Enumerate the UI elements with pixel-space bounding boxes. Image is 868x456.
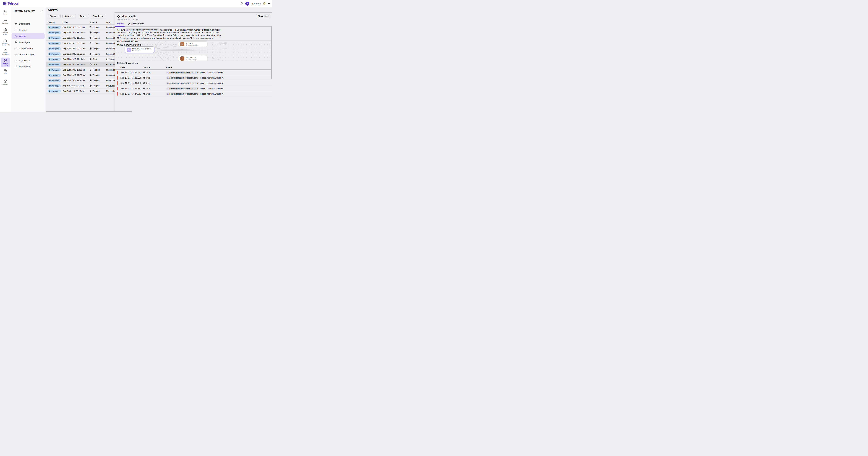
shield-warning-icon[interactable] — [263, 2, 266, 5]
user-node-icon — [127, 48, 131, 52]
status-badge: In Progress — [48, 58, 61, 61]
teleport-icon — [90, 53, 92, 55]
log-event: ben+integrator@goteleport.com logged int… — [166, 71, 223, 74]
rail-item-resources[interactable]: Resources — [0, 19, 10, 25]
account-chip[interactable]: ben+integrator@goteleport.com — [125, 28, 159, 31]
status-badge: In Progress — [48, 79, 61, 82]
rail-item-search[interactable]: Search — [0, 9, 10, 15]
okta-icon — [143, 72, 145, 74]
log-entry-row[interactable]: Sep 17 11:13:47.701 Okta ben+integrator@… — [115, 91, 272, 96]
sidebar-item-investigate[interactable]: Investigate — [12, 39, 44, 45]
rail-item-identity-security[interactable]: Identity Security — [0, 59, 10, 66]
chevron-down-icon — [57, 16, 59, 17]
user-menu-chevron-icon[interactable] — [268, 3, 270, 4]
tab-access-path[interactable]: Access Path — [128, 23, 144, 25]
log-date: Sep 17 11:14:38.230 — [121, 77, 141, 79]
log-date: Sep 17 11:13:53.963 — [121, 87, 141, 89]
account-chip[interactable]: ben+integrator@goteleport.com — [166, 92, 199, 95]
log-date: Sep 17 11:13:47.701 — [121, 93, 141, 95]
alert-source: Teleport — [90, 74, 100, 76]
graph-node-okta-user[interactable]: ben+integrator@goteleport.c... Okta User — [125, 47, 154, 53]
access-path-preview[interactable]: View Access Path ben+integrator@gotelepo… — [115, 40, 272, 61]
log-source: Okta — [143, 72, 150, 74]
teleport-icon — [90, 31, 92, 33]
rail-item-audit[interactable]: Audit — [0, 69, 10, 74]
alert-source: Teleport — [90, 26, 100, 28]
sidebar-item-browse[interactable]: Browse — [12, 27, 44, 33]
chevron-down-icon — [72, 16, 74, 17]
log-entry-row[interactable]: Sep 17 11:14:38.241 Okta ben+integrator@… — [115, 70, 272, 75]
okta-icon — [143, 82, 145, 84]
status-badge: In Progress — [48, 26, 61, 29]
sidebar-item-graph-explorer[interactable]: Graph Explorer — [12, 52, 44, 57]
log-table-header: Date Source Event — [115, 66, 272, 69]
rail-item-identity-governance[interactable]: Identity Governance — [0, 48, 10, 55]
sidebar-item-integrations[interactable]: Integrations — [12, 64, 44, 69]
avatar[interactable]: B — [245, 2, 249, 5]
status-badge: In Progress — [48, 63, 61, 66]
sidebar-item-alerts[interactable]: Alerts — [12, 33, 44, 39]
brand-text: Teleport — [8, 2, 19, 5]
teleport-logo[interactable]: Teleport — [3, 2, 19, 5]
rail-item-machine-workload-id[interactable]: Machine & Workload ID — [0, 39, 10, 46]
teleport-icon — [90, 42, 92, 44]
close-button[interactable]: Close esc — [256, 14, 271, 18]
horizontal-scrollbar[interactable] — [46, 111, 132, 112]
rail-item-zero-trust-access[interactable]: Zero Trust Access — [0, 28, 10, 35]
graph-nodes-icon — [128, 23, 130, 25]
okta-icon — [143, 87, 145, 89]
account-chip[interactable]: ben+integrator@goteleport.com — [166, 87, 199, 90]
log-entry-row[interactable]: Sep 17 11:13:53.963 Okta ben+integrator@… — [115, 86, 272, 91]
panel-tabs: Details Access Path — [117, 23, 144, 25]
account-chip[interactable]: ben+integrator@goteleport.com — [166, 77, 199, 79]
status-badge: In Progress — [48, 47, 61, 50]
teleport-icon — [186, 45, 187, 46]
plug-icon — [14, 65, 17, 68]
log-entry-row[interactable]: Sep 17 11:14:38.230 Okta ben+integrator@… — [115, 75, 272, 81]
panel-vertical-scrollbar[interactable] — [271, 26, 272, 79]
user-name: benarent — [252, 2, 261, 5]
log-entry-row[interactable]: Sep 17 11:13:59.046 Okta ben+integrator@… — [115, 80, 272, 86]
filter-bar: Status Source Type Severity — [48, 14, 105, 19]
plus-circle-icon — [4, 80, 7, 83]
sidebar-item-crown-jewels[interactable]: Crown Jewels — [12, 46, 44, 51]
teleport-gear-icon — [3, 2, 7, 5]
filter-severity[interactable]: Severity — [91, 14, 105, 19]
okta-icon — [90, 58, 92, 60]
severity-marker — [117, 87, 118, 90]
log-date: Sep 17 11:14:38.241 — [121, 72, 141, 74]
alert-source: Teleport — [90, 53, 100, 55]
filter-type[interactable]: Type — [78, 14, 89, 19]
log-event: ben+integrator@goteleport.com logged int… — [166, 77, 223, 79]
account-chip[interactable]: ben+integrator@goteleport.com — [166, 82, 199, 84]
view-access-path-link[interactable]: View Access Path — [117, 44, 141, 47]
alert-date: Sep 25th 2025, 11:18 am — [63, 31, 85, 33]
notifications-bell-icon[interactable] — [240, 2, 243, 5]
filter-status[interactable]: Status — [48, 14, 61, 19]
related-log-entries-heading: Related log entries — [117, 62, 138, 64]
okta-icon — [143, 93, 145, 95]
tab-details[interactable]: Details — [117, 23, 124, 25]
sidebar-item-sql-editor[interactable]: SQL Editor — [12, 58, 44, 63]
browse-icon — [14, 29, 17, 31]
graph-node-reviewer-role[interactable]: reviewer Teleport Role — [178, 41, 208, 47]
okta-icon — [143, 77, 145, 79]
alert-date: Sep 29th 2025, 06:20 am — [63, 26, 85, 28]
log-event: ben+integrator@goteleport.com logged int… — [166, 87, 223, 90]
alert-source: Okta — [90, 63, 97, 65]
filter-source[interactable]: Source — [62, 14, 76, 19]
status-badge: In Progress — [48, 68, 61, 72]
teleport-icon — [90, 48, 92, 50]
account-chip[interactable]: ben+integrator@goteleport.com — [166, 71, 199, 74]
collapse-sidebar-icon[interactable] — [41, 9, 43, 12]
topbar: Teleport B benarent — [0, 0, 272, 7]
teleport-icon — [90, 26, 92, 28]
log-event: ben+integrator@goteleport.com logged int… — [166, 92, 223, 95]
incognito-icon — [14, 41, 17, 44]
alert-date: Sep 23rd 2025, 03:08 am — [63, 42, 85, 44]
graph-node-okta-admin-group[interactable]: okta-admin Okta Group — [178, 55, 208, 61]
okta-icon — [186, 59, 187, 60]
alert-date: Sep 23rd 2025, 03:08 am — [63, 53, 85, 55]
sidebar-item-dashboard[interactable]: Dashboard — [12, 21, 44, 27]
rail-item-add-new[interactable]: Add New — [0, 80, 10, 85]
